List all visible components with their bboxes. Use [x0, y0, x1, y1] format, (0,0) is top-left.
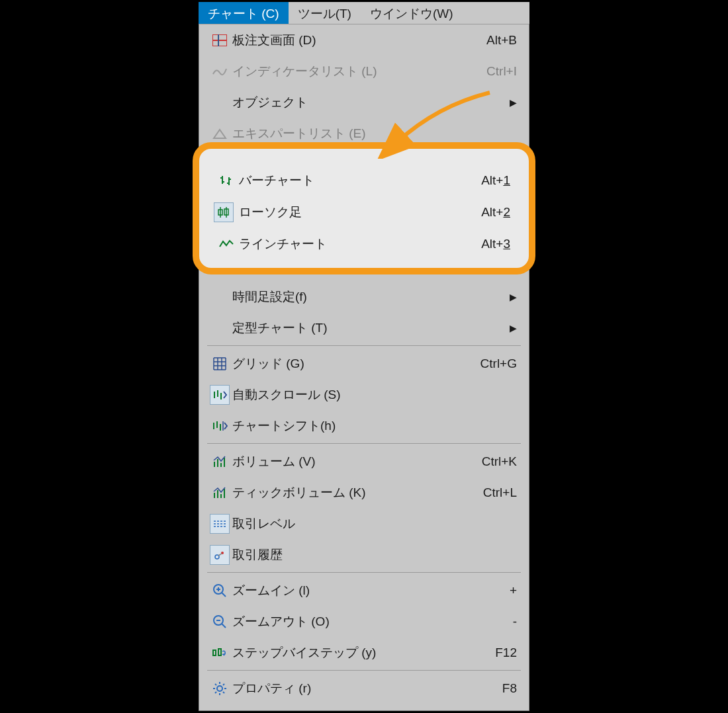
menu-label: ローソク足	[239, 204, 481, 221]
menu-label: チャートシフト(h)	[232, 417, 517, 435]
menu-volume[interactable]: ボリューム (V) Ctrl+K	[199, 446, 529, 477]
chart-menu: 板注文画面 (D) Alt+B インディケータリスト (L) Ctrl+I オブ…	[199, 24, 529, 711]
menu-timeframe[interactable]: 時間足設定(f) ▶	[199, 281, 529, 312]
menu-label: オブジェクト	[232, 94, 510, 111]
menu-label: 定型チャート (T)	[232, 319, 510, 337]
menu-tickvolume[interactable]: ティックボリューム (K) Ctrl+L	[199, 477, 529, 508]
menubar-tool[interactable]: ツール(T)	[289, 2, 361, 24]
menu-label: 時間足設定(f)	[232, 288, 510, 306]
menu-shortcut: Ctrl+K	[482, 454, 517, 469]
svg-rect-40	[218, 649, 221, 655]
menu-label: 板注文画面 (D)	[232, 32, 486, 49]
menubar: チャート (C) ツール(T) ウインドウ(W)	[199, 2, 529, 24]
svg-rect-39	[213, 650, 216, 655]
menu-zoomin[interactable]: ズームイン (l) +	[199, 575, 529, 606]
menu-shortcut: Alt+B	[486, 33, 517, 48]
menu-shortcut: Ctrl+I	[486, 64, 517, 79]
menu-bar-chart[interactable]: バーチャート Alt+1	[206, 165, 522, 196]
menu-shortcut: Ctrl+G	[480, 356, 517, 371]
menubar-window[interactable]: ウインドウ(W)	[361, 2, 463, 24]
menu-shortcut: F12	[495, 646, 517, 660]
menu-label: ステップバイステップ (y)	[232, 644, 495, 661]
stepbystep-icon	[207, 646, 232, 659]
menu-label: ズームイン (l)	[232, 582, 510, 599]
svg-line-33	[222, 593, 226, 597]
candle-icon	[214, 202, 234, 222]
menu-tradelevels[interactable]: 取引レベル	[199, 508, 529, 539]
submenu-arrow-icon: ▶	[510, 97, 517, 108]
menu-zoomout[interactable]: ズームアウト (O) -	[199, 606, 529, 637]
menu-autoscroll[interactable]: 自動スクロール (S)	[199, 379, 529, 410]
menu-shortcut: Alt+2	[481, 205, 510, 220]
menu-shortcut: -	[513, 614, 517, 629]
menu-label: 取引レベル	[232, 515, 517, 532]
menu-label: バーチャート	[239, 172, 481, 189]
menu-label: グリッド (G)	[232, 355, 480, 372]
menu-separator	[207, 670, 521, 671]
menu-separator	[207, 443, 521, 444]
menu-label: プロパティ (r)	[232, 680, 502, 697]
zoomout-icon	[207, 614, 232, 629]
menu-label: ラインチャート	[239, 235, 481, 253]
volume-icon	[207, 455, 232, 468]
menu-candle[interactable]: ローソク足 Alt+2	[206, 196, 522, 228]
menu-label: ボリューム (V)	[232, 453, 482, 470]
menu-separator	[207, 345, 521, 346]
svg-line-48	[215, 692, 216, 693]
menubar-chart[interactable]: チャート (C)	[199, 2, 289, 24]
chartshift-icon	[207, 420, 232, 432]
svg-line-37	[222, 624, 226, 628]
indicator-icon	[207, 66, 232, 77]
menu-label: 自動スクロール (S)	[232, 386, 517, 403]
svg-line-47	[223, 692, 224, 693]
menu-indicator-list: インディケータリスト (L) Ctrl+I	[199, 56, 529, 87]
line-chart-icon	[214, 239, 239, 249]
highlight-annotation: バーチャート Alt+1 ローソク足 Alt+2 ラインチャート Alt+3	[193, 142, 535, 274]
menu-line-chart[interactable]: ラインチャート Alt+3	[206, 228, 522, 260]
menu-template[interactable]: 定型チャート (T) ▶	[199, 312, 529, 343]
menu-label: 取引履歴	[232, 546, 517, 564]
menu-label: ティックボリューム (K)	[232, 484, 483, 501]
grid-icon	[207, 356, 232, 371]
menu-label: エキスパートリスト (E)	[232, 125, 517, 142]
submenu-arrow-icon: ▶	[510, 292, 517, 302]
svg-line-49	[223, 684, 224, 685]
zoomin-icon	[207, 583, 232, 598]
svg-point-41	[217, 686, 222, 691]
svg-line-46	[215, 684, 216, 685]
tickvolume-icon	[207, 486, 232, 499]
board-order-icon	[207, 34, 232, 46]
gear-icon	[207, 681, 232, 696]
menu-object[interactable]: オブジェクト ▶	[199, 87, 529, 118]
submenu-arrow-icon: ▶	[510, 323, 517, 333]
menu-grid[interactable]: グリッド (G) Ctrl+G	[199, 348, 529, 379]
menu-stepbystep[interactable]: ステップバイステップ (y) F12	[199, 637, 529, 668]
menu-shortcut: Alt+1	[481, 173, 510, 188]
autoscroll-icon	[207, 385, 232, 405]
menu-shortcut: Alt+3	[481, 237, 510, 251]
menu-label: インディケータリスト (L)	[232, 63, 486, 80]
menu-tradehistory[interactable]: 取引履歴	[199, 539, 529, 570]
tradehistory-icon	[207, 545, 232, 565]
menu-shortcut: +	[510, 583, 517, 598]
bar-chart-icon	[214, 174, 239, 187]
menu-shortcut: Ctrl+L	[483, 485, 517, 500]
tradelevels-icon	[207, 514, 232, 534]
menu-chartshift[interactable]: チャートシフト(h)	[199, 410, 529, 441]
menu-label: ズームアウト (O)	[232, 613, 513, 630]
menu-property[interactable]: プロパティ (r) F8	[199, 673, 529, 704]
menu-shortcut: F8	[502, 681, 517, 696]
menu-board-order[interactable]: 板注文画面 (D) Alt+B	[199, 24, 529, 56]
menu-separator	[207, 572, 521, 573]
expert-icon	[207, 128, 232, 140]
